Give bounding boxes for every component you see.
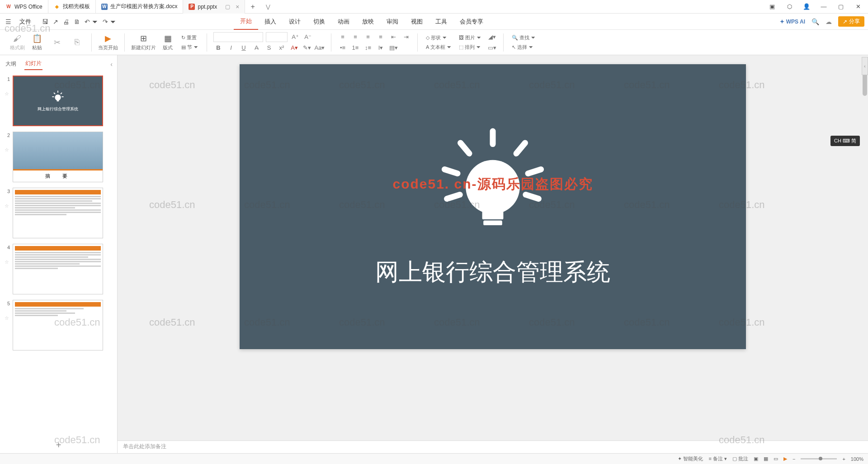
- app-menu-icon[interactable]: ▣: [767, 1, 778, 12]
- fill-color-icon[interactable]: ◢▾: [487, 32, 497, 42]
- tab-review[interactable]: 审阅: [380, 14, 405, 30]
- save-icon[interactable]: 🖫: [42, 18, 48, 25]
- arrange-button[interactable]: ⬚排列⏷: [457, 43, 483, 52]
- export-icon[interactable]: ↗: [53, 18, 58, 25]
- notes-pane[interactable]: 单击此处添加备注: [118, 440, 868, 453]
- section-button[interactable]: ▤节⏷: [179, 43, 200, 52]
- tab-menu-dropdown[interactable]: ⋁: [260, 4, 276, 10]
- reset-button[interactable]: ↻重置: [179, 33, 200, 42]
- view-slideshow-icon[interactable]: ▶: [783, 456, 787, 462]
- cloud-sync-icon[interactable]: ☁: [826, 18, 832, 25]
- redo-button[interactable]: ↷ ⏷: [103, 18, 116, 25]
- align-left-icon[interactable]: ≡: [338, 32, 348, 42]
- tab-slideshow[interactable]: 放映: [356, 14, 380, 30]
- slide-thumbnail-4[interactable]: [13, 244, 103, 294]
- slide-canvas[interactable]: code51. cn-源码乐园盗图必究 网上银行综合管理系统: [240, 64, 746, 349]
- tab-close-button[interactable]: ×: [236, 3, 239, 10]
- close-window-button[interactable]: ✕: [853, 1, 863, 12]
- shape-button[interactable]: ◇形状⏷: [424, 33, 453, 42]
- status-item[interactable]: ▢ 批注: [732, 455, 748, 462]
- status-item[interactable]: ✦ 智能美化: [678, 455, 703, 462]
- minimize-button[interactable]: —: [818, 1, 829, 12]
- tab-pptx[interactable]: P ppt.pptx ▢ ×: [183, 0, 245, 14]
- thumbnail-list[interactable]: 1☆ 网上银行综合管理系统 2☆ 摘 要 3☆: [0, 73, 117, 437]
- numbering-icon[interactable]: 1≡: [350, 43, 360, 53]
- print-icon[interactable]: 🖨: [63, 18, 69, 25]
- slides-tab[interactable]: 幻灯片: [24, 58, 42, 70]
- tab-tools[interactable]: 工具: [429, 14, 453, 30]
- decrease-font-icon[interactable]: A⁻: [303, 32, 313, 42]
- ime-indicator[interactable]: CH ⌨ 简: [830, 136, 860, 146]
- cut-button[interactable]: ✂: [49, 38, 65, 47]
- view-sorter-icon[interactable]: ▦: [764, 456, 768, 462]
- view-reading-icon[interactable]: ▭: [774, 456, 778, 462]
- strike-button[interactable]: S: [264, 43, 274, 53]
- slide-thumbnail-3[interactable]: [13, 188, 103, 238]
- font-color-button[interactable]: A▾: [289, 43, 299, 53]
- tab-docx[interactable]: W 生产印模图片替换方案.docx: [96, 0, 184, 14]
- view-normal-icon[interactable]: ▣: [754, 456, 758, 462]
- justify-icon[interactable]: ≡: [376, 32, 386, 42]
- tab-home[interactable]: 开始: [234, 14, 258, 30]
- cube-icon[interactable]: ⬡: [784, 1, 795, 12]
- picture-button[interactable]: 🖼图片⏷: [457, 33, 483, 42]
- tab-member[interactable]: 会员专享: [453, 14, 490, 30]
- zoom-out-button[interactable]: −: [793, 456, 795, 462]
- increase-font-icon[interactable]: A⁺: [290, 32, 300, 42]
- tab-view[interactable]: 视图: [405, 14, 429, 30]
- tab-wps-office[interactable]: W WPS Office: [0, 0, 48, 14]
- italic-button[interactable]: I: [226, 43, 236, 53]
- textbox-button[interactable]: A文本框⏷: [424, 43, 453, 52]
- status-item[interactable]: ≡ 备注 ▾: [708, 455, 727, 462]
- search-icon[interactable]: 🔍: [811, 18, 819, 25]
- canvas-scroll[interactable]: code51. cn-源码乐园盗图必究 网上银行综合管理系统: [118, 55, 868, 440]
- wps-ai-button[interactable]: ✦ WPS AI: [780, 19, 805, 25]
- right-rail-expand[interactable]: ‹: [862, 57, 868, 75]
- tab-insert[interactable]: 插入: [258, 14, 283, 30]
- tab-animation[interactable]: 动画: [331, 14, 356, 30]
- find-button[interactable]: 🔍查找⏷: [510, 33, 538, 42]
- hamburger-icon[interactable]: ☰: [4, 18, 13, 25]
- outline-color-icon[interactable]: ▭▾: [487, 43, 497, 53]
- slide-thumbnail-1[interactable]: 网上银行综合管理系统: [13, 76, 103, 126]
- superscript-button[interactable]: x²: [277, 43, 287, 53]
- line-spacing-icon[interactable]: ↕≡: [363, 43, 373, 53]
- zoom-slider[interactable]: [801, 458, 837, 459]
- font-family-select[interactable]: [213, 32, 263, 42]
- select-button[interactable]: ↖选择⏷: [510, 43, 538, 52]
- copy-button[interactable]: ⎘: [69, 38, 85, 47]
- avatar-icon[interactable]: 👤: [801, 1, 812, 12]
- tab-preview-icon[interactable]: ▢: [225, 4, 230, 10]
- tab-templates[interactable]: ◆ 找稻壳模板: [48, 0, 96, 14]
- slide-thumbnail-2[interactable]: 摘 要: [13, 132, 103, 182]
- layout-button[interactable]: ▦版式: [160, 33, 176, 51]
- format-painter-button[interactable]: 🖌格式刷: [9, 34, 25, 51]
- star-icon[interactable]: ☆: [5, 307, 10, 321]
- from-current-button[interactable]: ▶当页开始: [98, 33, 118, 51]
- align-right-icon[interactable]: ≡: [363, 32, 373, 42]
- zoom-level[interactable]: 100%: [851, 456, 863, 462]
- tab-design[interactable]: 设计: [283, 14, 307, 30]
- outline-tab[interactable]: 大纲: [5, 58, 17, 70]
- new-tab-button[interactable]: +: [245, 3, 260, 11]
- highlight-button[interactable]: ✎▾: [302, 43, 312, 53]
- zoom-in-button[interactable]: +: [842, 456, 845, 462]
- print-preview-icon[interactable]: 🗎: [74, 18, 80, 25]
- star-icon[interactable]: ☆: [5, 83, 10, 97]
- font-size-select[interactable]: [266, 32, 288, 42]
- share-button[interactable]: ↗ 分享: [838, 16, 864, 27]
- star-icon[interactable]: ☆: [5, 251, 10, 265]
- add-slide-button[interactable]: +: [0, 437, 117, 453]
- text-direction-icon[interactable]: I▾: [376, 43, 386, 53]
- align-center-icon[interactable]: ≡: [350, 32, 360, 42]
- maximize-button[interactable]: ▢: [835, 1, 846, 12]
- collapse-panel-icon[interactable]: ‹: [110, 61, 113, 68]
- slide-thumbnail-5[interactable]: [13, 300, 103, 350]
- new-slide-button[interactable]: ⊞新建幻灯片: [131, 33, 156, 51]
- tab-transition[interactable]: 切换: [307, 14, 331, 30]
- indent-right-icon[interactable]: ⇥: [401, 32, 411, 42]
- slide-title[interactable]: 网上银行综合管理系统: [375, 256, 610, 288]
- star-icon[interactable]: ☆: [5, 139, 10, 153]
- underline-button[interactable]: U: [239, 43, 249, 53]
- indent-left-icon[interactable]: ⇤: [388, 32, 398, 42]
